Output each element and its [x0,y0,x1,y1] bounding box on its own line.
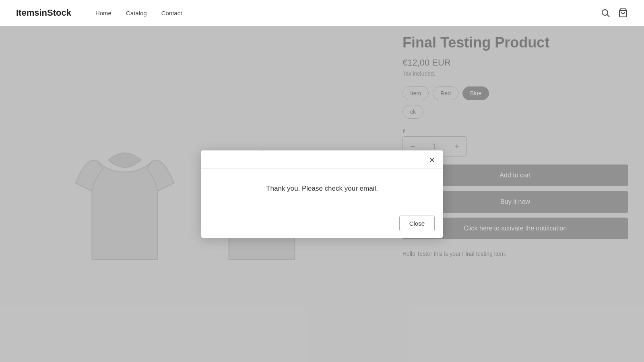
main-nav: Home Catalog Contact [95,10,601,16]
modal-backdrop: ✕ Thank you. Please check your email. Cl… [0,26,644,362]
modal-message: Thank you. Please check your email. [213,185,431,193]
search-icon[interactable] [601,8,610,18]
svg-point-0 [602,10,608,15]
nav-contact[interactable]: Contact [161,10,182,16]
svg-line-1 [607,15,610,17]
modal-header: ✕ [201,150,443,169]
modal-body: Thank you. Please check your email. [201,169,443,209]
modal-close-button[interactable]: Close [399,216,435,231]
cart-icon[interactable] [618,8,628,18]
header-icons [601,8,628,18]
modal-close-x-button[interactable]: ✕ [429,156,436,164]
site-logo[interactable]: ItemsinStock [16,8,71,18]
modal-footer: Close [201,209,443,238]
modal-overlay: ✕ Thank you. Please check your email. Cl… [0,26,644,362]
modal-dialog: ✕ Thank you. Please check your email. Cl… [201,150,443,238]
nav-catalog[interactable]: Catalog [126,10,147,16]
nav-home[interactable]: Home [95,10,111,16]
header: ItemsinStock Home Catalog Contact [0,0,644,26]
